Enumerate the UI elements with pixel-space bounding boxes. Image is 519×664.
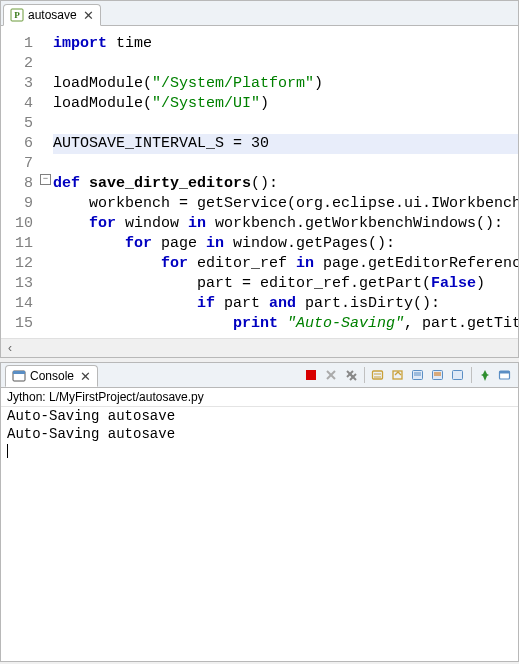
editor-pane: P autosave ✕ 123456789101112131415 − imp… <box>0 0 519 358</box>
line-number: 4 <box>1 94 33 114</box>
editor-hscrollbar[interactable] <box>19 339 518 357</box>
line-number: 2 <box>1 54 33 74</box>
code-line[interactable]: for editor_ref in page.getEditorReferenc <box>53 254 518 274</box>
svg-text:P: P <box>14 10 20 20</box>
terminate-button[interactable] <box>302 366 320 384</box>
code-line[interactable] <box>53 54 518 74</box>
svg-rect-21 <box>453 371 463 380</box>
pin-console-button[interactable] <box>476 366 494 384</box>
code-line[interactable]: workbench = getService(org.eclipse.ui.IW… <box>53 194 518 214</box>
line-number: 5 <box>1 114 33 134</box>
clear-console-button[interactable] <box>369 366 387 384</box>
code-line[interactable] <box>53 114 518 134</box>
scroll-left-icon[interactable]: ‹ <box>1 339 19 357</box>
editor-tab-autosave[interactable]: P autosave ✕ <box>3 4 101 26</box>
close-icon[interactable]: ✕ <box>80 370 91 383</box>
line-number: 7 <box>1 154 33 174</box>
editor-tab-label: autosave <box>28 8 77 22</box>
line-number: 9 <box>1 194 33 214</box>
code-line[interactable]: print "Auto-Saving", part.getTit <box>53 314 518 334</box>
line-number: 8 <box>1 174 33 194</box>
code-body[interactable]: import time loadModule("/System/Platform… <box>53 26 518 338</box>
svg-rect-11 <box>373 371 383 379</box>
show-on-stderr-button[interactable] <box>429 366 447 384</box>
console-icon <box>12 369 26 383</box>
toolbar-separator <box>471 367 472 383</box>
folding-strip: − <box>39 26 53 338</box>
code-line[interactable]: AUTOSAVE_INTERVAL_S = 30 <box>53 134 518 154</box>
code-line[interactable]: loadModule("/System/UI") <box>53 94 518 114</box>
code-line[interactable] <box>53 154 518 174</box>
code-line[interactable]: part = editor_ref.getPart(False) <box>53 274 518 294</box>
display-selected-console-button[interactable] <box>496 366 514 384</box>
code-line[interactable]: for window in workbench.getWorkbenchWind… <box>53 214 518 234</box>
toolbar-separator <box>364 367 365 383</box>
editor-tab-strip: P autosave ✕ <box>1 1 518 26</box>
remove-launch-button[interactable] <box>322 366 340 384</box>
code-line[interactable]: for page in window.getPages(): <box>53 234 518 254</box>
line-number-gutter: 123456789101112131415 <box>1 26 39 338</box>
console-tabbar: Console ✕ <box>1 363 518 388</box>
line-number: 1 <box>1 34 33 54</box>
console-caret <box>7 443 512 461</box>
code-area[interactable]: 123456789101112131415 − import time load… <box>1 26 518 338</box>
show-on-stdout-button[interactable] <box>409 366 427 384</box>
line-number: 11 <box>1 234 33 254</box>
code-line[interactable]: loadModule("/System/Platform") <box>53 74 518 94</box>
console-output[interactable]: Auto-Saving autosaveAuto-Saving autosave <box>1 407 518 661</box>
console-line: Auto-Saving autosave <box>7 425 512 443</box>
line-number: 10 <box>1 214 33 234</box>
svg-rect-4 <box>306 370 316 380</box>
console-tab[interactable]: Console ✕ <box>5 365 98 387</box>
line-number: 13 <box>1 274 33 294</box>
python-file-icon: P <box>10 8 24 22</box>
editor-horizontal-scroll: ‹ <box>1 338 518 357</box>
line-number: 3 <box>1 74 33 94</box>
line-number: 6 <box>1 134 33 154</box>
code-line[interactable]: if part and part.isDirty(): <box>53 294 518 314</box>
code-line[interactable]: def save_dirty_editors(): <box>53 174 518 194</box>
line-number: 15 <box>1 314 33 334</box>
remove-all-terminated-button[interactable] <box>342 366 360 384</box>
svg-rect-23 <box>500 371 510 374</box>
scroll-lock-button[interactable] <box>389 366 407 384</box>
console-line: Auto-Saving autosave <box>7 407 512 425</box>
svg-rect-3 <box>13 371 25 374</box>
console-subtitle: Jython: L/MyFirstProject/autosave.py <box>1 388 518 407</box>
word-wrap-button[interactable] <box>449 366 467 384</box>
line-number: 12 <box>1 254 33 274</box>
console-pane: Console ✕ <box>0 362 519 662</box>
console-tab-label: Console <box>30 369 74 383</box>
code-line[interactable]: import time <box>53 34 518 54</box>
line-number: 14 <box>1 294 33 314</box>
fold-toggle-icon[interactable]: − <box>40 174 51 185</box>
close-icon[interactable]: ✕ <box>83 9 94 22</box>
